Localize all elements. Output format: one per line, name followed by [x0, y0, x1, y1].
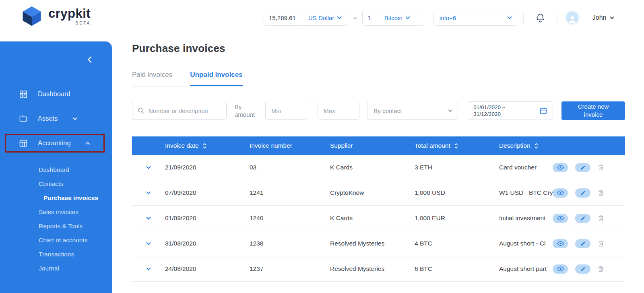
- trash-icon: [598, 164, 604, 171]
- delete-button[interactable]: [598, 190, 604, 196]
- row-expand-button[interactable]: [147, 243, 150, 244]
- trash-icon: [598, 266, 604, 272]
- submenu-item-journal[interactable]: Journal: [0, 261, 112, 275]
- cell-total-amount: 3 ETH: [415, 164, 499, 171]
- submenu-item-dashboard[interactable]: Dashboard: [0, 163, 112, 177]
- view-button[interactable]: [553, 264, 568, 274]
- view-button[interactable]: [553, 163, 568, 172]
- submenu-item-purchase-invoices[interactable]: Purchase invoices: [0, 191, 112, 205]
- pencil-icon: [580, 241, 586, 246]
- chevron-down-icon: [146, 215, 151, 219]
- trash-icon: [598, 215, 604, 222]
- edit-button[interactable]: [575, 188, 590, 198]
- user-name: John: [592, 14, 607, 21]
- tab-unpaid-invoices[interactable]: Unpaid invoices: [190, 71, 242, 86]
- edit-button[interactable]: [575, 163, 590, 172]
- chevron-down-icon: [507, 14, 512, 19]
- trash-icon: [598, 190, 604, 196]
- min-amount-input[interactable]: [265, 102, 307, 120]
- main-content: Purchase invoices Paid invoices Unpaid i…: [112, 37, 644, 293]
- eye-icon: [557, 165, 564, 170]
- crypto-amount-input[interactable]: [363, 14, 379, 21]
- row-expand-button[interactable]: [147, 167, 150, 168]
- column-header-invoice-number: Invoice number: [250, 142, 330, 149]
- submenu-item-contacts[interactable]: Contacts: [0, 177, 112, 191]
- fiat-currency-select[interactable]: US Dollar: [303, 14, 346, 21]
- submenu-item-transactions[interactable]: Transactions: [0, 247, 112, 261]
- eye-icon: [557, 190, 564, 195]
- page-title: Purchase invoices: [132, 42, 625, 55]
- sort-icon[interactable]: [202, 143, 207, 149]
- accounting-table-icon: [19, 140, 27, 147]
- eye-icon: [557, 266, 564, 271]
- cell-invoice-date: 07/09/2020: [165, 189, 250, 196]
- fiat-amount-input[interactable]: [264, 14, 303, 21]
- delete-button[interactable]: [598, 240, 604, 247]
- search-input[interactable]: [132, 102, 227, 120]
- chevron-down-icon: [405, 14, 410, 19]
- cell-invoice-number: 1240: [250, 215, 330, 222]
- table-row: 31/08/2020 1238 Resolved Mysteries 4 BTC…: [132, 231, 625, 256]
- chevron-down-icon: [146, 240, 151, 245]
- column-header-description[interactable]: Description: [499, 142, 553, 149]
- sidebar-collapse-button[interactable]: [89, 57, 93, 63]
- row-expand-button[interactable]: [147, 192, 150, 194]
- user-menu[interactable]: John: [592, 14, 614, 21]
- tab-bar: Paid invoices Unpaid invoices: [132, 71, 243, 87]
- sort-icon[interactable]: [454, 143, 458, 149]
- by-amount-label: By amount: [235, 103, 257, 118]
- row-expand-button[interactable]: [147, 268, 150, 270]
- cell-invoice-number: 1238: [250, 240, 330, 247]
- delete-button[interactable]: [598, 266, 604, 272]
- view-button[interactable]: [553, 239, 568, 248]
- filter-bar: By amount – By contact 01/01/2020 ~ 31/1…: [132, 101, 625, 120]
- delete-button[interactable]: [598, 215, 604, 222]
- view-button[interactable]: [553, 188, 568, 198]
- dashboard-icon: [19, 90, 27, 98]
- info-dropdown[interactable]: info+6: [433, 10, 517, 26]
- view-button[interactable]: [553, 214, 568, 223]
- sidebar-item-assets[interactable]: Assets: [0, 106, 112, 131]
- eye-icon: [557, 241, 564, 246]
- avatar[interactable]: [565, 10, 580, 25]
- column-header-total-amount[interactable]: Total amount: [415, 142, 499, 149]
- sort-icon[interactable]: [534, 143, 539, 149]
- row-expand-button[interactable]: [147, 217, 150, 219]
- submenu-item-reports-tools[interactable]: Reports & Tools: [0, 219, 112, 233]
- date-range-picker[interactable]: 01/01/2020 ~ 31/12/2020: [468, 101, 553, 120]
- cell-description: August short - Cl: [499, 240, 553, 247]
- cell-description: Card voucher: [499, 164, 553, 171]
- date-to: 31/12/2020: [473, 111, 505, 118]
- create-new-invoice-button[interactable]: Create new invoice: [561, 101, 625, 120]
- cell-invoice-date: 21/09/2020: [165, 164, 250, 171]
- sidebar-menu: Dashboard Assets Accounting: [0, 82, 112, 155]
- sidebar-item-dashboard[interactable]: Dashboard: [0, 82, 112, 106]
- cell-invoice-number: 1241: [250, 189, 330, 196]
- submenu-item-sales-invoices[interactable]: Sales invoices: [0, 205, 112, 219]
- app-logo[interactable]: crypkit BETA: [21, 6, 91, 26]
- crypto-currency-select[interactable]: Bitcoin: [379, 14, 415, 21]
- table-row: 07/09/2020 1241 CryptoKnow 1,000 USD W1 …: [132, 180, 625, 206]
- column-header-invoice-date[interactable]: Invoice date: [165, 142, 250, 149]
- delete-button[interactable]: [598, 164, 604, 171]
- edit-button[interactable]: [575, 239, 590, 248]
- fiat-amount-box[interactable]: US Dollar: [264, 10, 348, 26]
- sidebar-item-accounting[interactable]: Accounting: [0, 131, 112, 155]
- max-amount-input[interactable]: [318, 102, 359, 120]
- eye-icon: [557, 216, 564, 221]
- invoice-table-body: 21/09/2020 03 K Cards 3 ETH Card voucher…: [132, 155, 625, 282]
- column-header-supplier: Supplier: [330, 142, 415, 149]
- chevron-down-icon: [146, 164, 151, 169]
- divider: [557, 12, 557, 23]
- cell-total-amount: 4 BTC: [415, 240, 499, 247]
- tab-paid-invoices[interactable]: Paid invoices: [132, 71, 172, 86]
- submenu-item-chart-of-accounts[interactable]: Chart of accounts: [0, 233, 112, 247]
- crypto-amount-box[interactable]: Bitcoin: [362, 10, 424, 26]
- notifications-button[interactable]: [536, 13, 545, 23]
- edit-button[interactable]: [575, 214, 590, 223]
- top-header: crypkit BETA US Dollar = Bitcoin info+6: [0, 0, 644, 37]
- edit-button[interactable]: [575, 264, 590, 274]
- range-separator: –: [311, 111, 314, 118]
- contact-select[interactable]: By contact: [367, 102, 458, 120]
- sidebar: Dashboard Assets Accounting Dashboard Co…: [0, 41, 112, 293]
